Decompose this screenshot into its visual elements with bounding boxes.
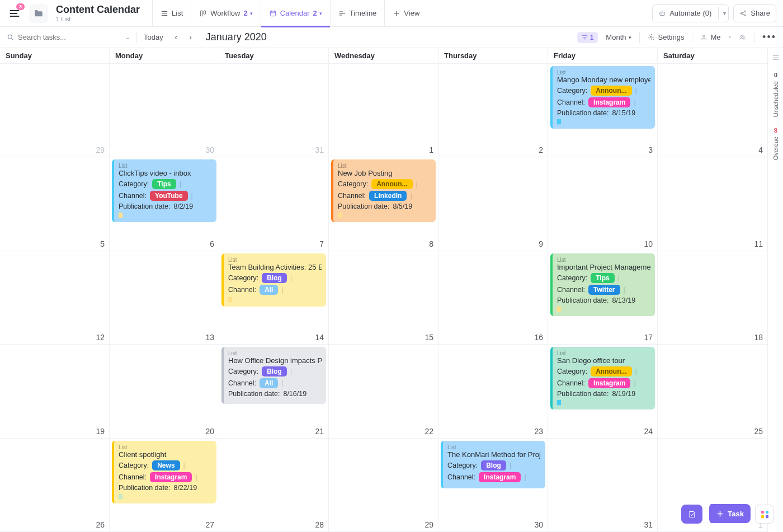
- channel-tag: All: [260, 285, 278, 295]
- calendar-cell[interactable]: 25: [658, 345, 767, 438]
- unscheduled-panel[interactable]: Unscheduled 0: [772, 72, 779, 117]
- folder-icon-wrap[interactable]: [29, 4, 48, 23]
- me-filter[interactable]: Me: [700, 33, 720, 41]
- apps-button[interactable]: [755, 505, 774, 524]
- day-header-sunday: Sunday: [0, 48, 110, 64]
- date-number: 27: [205, 520, 214, 529]
- calendar-cell[interactable]: 28: [219, 439, 329, 532]
- date-number: 5: [100, 239, 105, 248]
- calendar-toolbar: ⌄ Today ‹ › January 2020 1 Month▾ Settin…: [0, 27, 783, 48]
- calendar-cell[interactable]: ListClient spotlightCategory:News|Channe…: [110, 439, 219, 532]
- channel-tag: All: [260, 378, 278, 388]
- date-number: 26: [96, 520, 105, 529]
- share-button[interactable]: Share: [733, 4, 776, 22]
- calendar-cell[interactable]: 10: [548, 157, 658, 251]
- calendar-cell[interactable]: ListImportant Project ManagemenCategory:…: [548, 251, 658, 345]
- calendar-cell[interactable]: ListClickTips video - inboxCategory:Tips…: [110, 157, 219, 251]
- channel-tag: Instagram: [150, 472, 192, 482]
- svg-rect-1: [204, 11, 206, 14]
- task-card[interactable]: ListImportant Project ManagemenCategory:…: [550, 253, 655, 316]
- calendar-cell[interactable]: 23: [438, 345, 548, 438]
- task-card[interactable]: ListClickTips video - inboxCategory:Tips…: [112, 159, 216, 222]
- channel-tag: Instagram: [588, 378, 630, 388]
- task-card[interactable]: ListHow Office Design impacts PrCategory…: [221, 347, 326, 404]
- view-tab-calendar[interactable]: Calendar2▾: [261, 0, 330, 27]
- view-tab-list[interactable]: List: [152, 0, 191, 27]
- task-list-label: List: [447, 444, 541, 450]
- calendar-cell[interactable]: 1: [329, 64, 438, 157]
- next-month[interactable]: ›: [185, 31, 197, 44]
- assignees-filter[interactable]: [739, 34, 746, 41]
- calendar-cell[interactable]: 12: [0, 251, 110, 345]
- calendar-cell[interactable]: ListMango Monday new employeeCategory:An…: [548, 64, 658, 157]
- svg-rect-2: [270, 11, 275, 16]
- svg-rect-3: [660, 12, 664, 15]
- search-dropdown[interactable]: ⌄: [125, 34, 130, 40]
- task-channel-row: Channel:All|: [228, 378, 322, 388]
- workflow-icon: [199, 10, 207, 17]
- calendar-cell[interactable]: ListTeam Building Activities: 25 ECatego…: [219, 251, 329, 345]
- calendar-cell[interactable]: 11: [658, 157, 767, 251]
- new-task-button[interactable]: Task: [707, 504, 751, 523]
- calendar-cell[interactable]: 2: [438, 64, 548, 157]
- week-row: 29303112ListMango Monday new employeeCat…: [0, 64, 767, 157]
- calendar-cell[interactable]: 7: [219, 157, 329, 251]
- task-title: How Office Design impacts Pr: [228, 356, 322, 365]
- calendar-cell[interactable]: 4: [658, 64, 767, 157]
- calendar-cell[interactable]: 18: [658, 251, 767, 345]
- folder-icon: [34, 8, 44, 18]
- period-selector[interactable]: Month▾: [606, 33, 631, 41]
- calendar-cell[interactable]: 29: [0, 64, 110, 157]
- calendar-cell[interactable]: ListHow Office Design impacts PrCategory…: [219, 345, 329, 438]
- calendar-cell[interactable]: 22: [329, 345, 438, 438]
- task-list-label: List: [557, 69, 650, 76]
- channel-tag: LinkedIn: [369, 191, 407, 201]
- date-number: 6: [210, 239, 214, 248]
- view-tab-workflow[interactable]: Workflow2▾: [191, 0, 260, 27]
- task-card[interactable]: ListMango Monday new employeeCategory:An…: [550, 66, 655, 129]
- page-title[interactable]: Content Calendar: [56, 4, 140, 16]
- calendar-cell[interactable]: ListThe KonMari Method for ProjeCategory…: [438, 439, 548, 532]
- task-card[interactable]: ListClient spotlightCategory:News|Channe…: [112, 441, 216, 503]
- calendar-cell[interactable]: 9: [438, 157, 548, 251]
- search-input[interactable]: [18, 33, 122, 41]
- prev-month[interactable]: ‹: [170, 31, 182, 44]
- date-number: 28: [315, 520, 324, 529]
- calendar-cell[interactable]: 31: [548, 439, 658, 532]
- today-button[interactable]: Today: [144, 33, 163, 41]
- calendar-cell[interactable]: 16: [438, 251, 548, 345]
- calendar-grid: SundayMondayTuesdayWednesdayThursdayFrid…: [0, 48, 767, 532]
- new-note-button[interactable]: [681, 505, 702, 524]
- calendar-cell[interactable]: 5: [0, 157, 110, 251]
- search-wrap: ⌄: [7, 33, 130, 41]
- calendar-cell[interactable]: 15: [329, 251, 438, 345]
- calendar-cell[interactable]: 31: [219, 64, 329, 157]
- calendar-cell[interactable]: 13: [110, 251, 219, 345]
- calendar-cell[interactable]: ListNew Job PostingCategory:Announ...|Ch…: [329, 157, 438, 251]
- rail-lines-icon[interactable]: [772, 54, 780, 62]
- more-options[interactable]: •••: [762, 31, 776, 43]
- task-card[interactable]: ListThe KonMari Method for ProjeCategory…: [441, 441, 545, 488]
- task-card[interactable]: ListTeam Building Activities: 25 ECatego…: [221, 253, 326, 307]
- calendar-cell[interactable]: ListSan Diego office tourCategory:Announ…: [548, 345, 658, 438]
- main-menu-button[interactable]: 3: [7, 6, 22, 21]
- automate-button[interactable]: Automate (0) ▾: [652, 4, 729, 22]
- task-card[interactable]: ListNew Job PostingCategory:Announ...|Ch…: [331, 159, 436, 222]
- view-tab-timeline[interactable]: Timeline: [330, 0, 385, 27]
- flag-icon: ▇: [119, 493, 212, 499]
- week-row: 26ListClient spotlightCategory:News|Chan…: [0, 439, 767, 532]
- calendar-cell[interactable]: 30: [110, 64, 219, 157]
- settings-button[interactable]: Settings: [648, 33, 684, 41]
- task-category-row: Category:Announ...|: [557, 86, 650, 96]
- calendar-cell[interactable]: 29: [329, 439, 438, 532]
- chevron-down-icon[interactable]: ▾: [723, 10, 726, 16]
- calendar-cell[interactable]: 26: [0, 439, 110, 532]
- overdue-panel[interactable]: Overdue 8: [772, 127, 779, 160]
- task-card[interactable]: ListSan Diego office tourCategory:Announ…: [550, 347, 655, 409]
- filter-pill[interactable]: 1: [577, 32, 598, 43]
- calendar-cell[interactable]: 19: [0, 345, 110, 438]
- view-tab-view[interactable]: View: [384, 0, 427, 27]
- task-channel-row: Channel:Instagram|: [447, 472, 541, 482]
- calendar-cell[interactable]: 20: [110, 345, 219, 438]
- flag-icon: ▇: [557, 306, 650, 312]
